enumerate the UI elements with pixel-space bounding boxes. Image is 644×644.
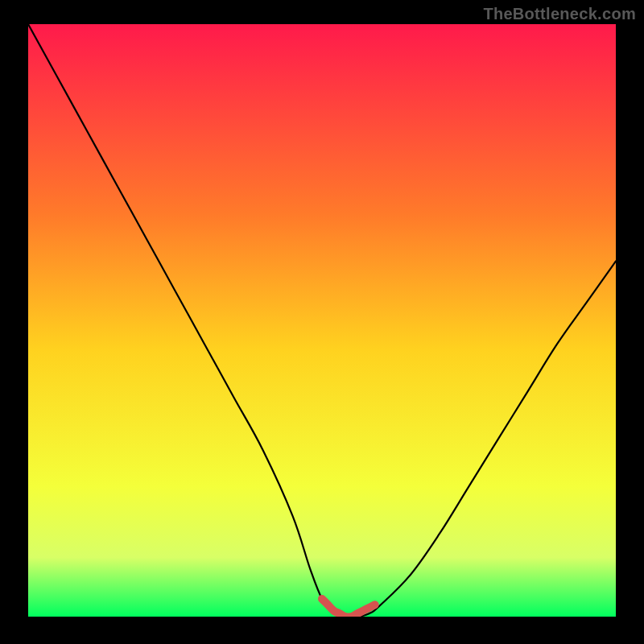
bottleneck-chart-svg — [28, 24, 616, 617]
plot-area — [28, 24, 616, 617]
watermark-text: TheBottleneck.com — [483, 5, 636, 23]
gradient-background — [28, 24, 616, 617]
chart-frame: TheBottleneck.com — [0, 0, 644, 644]
